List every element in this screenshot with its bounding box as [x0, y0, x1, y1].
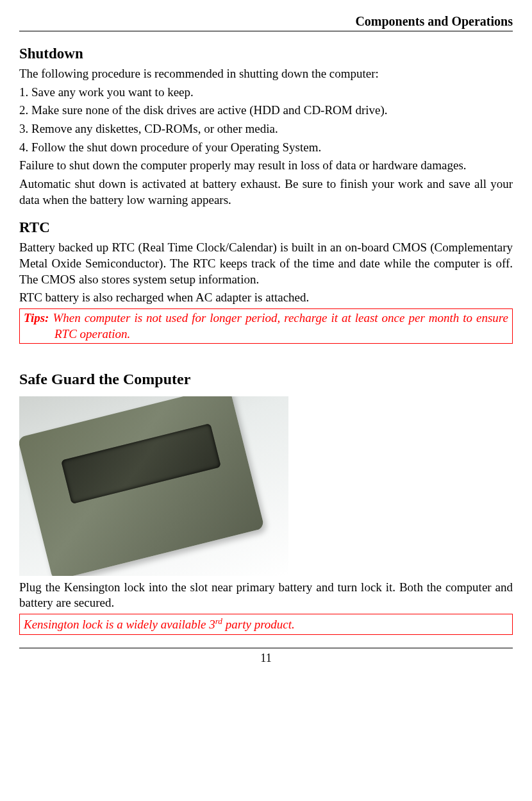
shutdown-warning: Failure to shut down the computer proper… [19, 158, 513, 174]
page-number: 11 [260, 652, 271, 664]
kensington-note-box: Kensington lock is a widely available 3r… [19, 614, 513, 635]
rtc-tip-box: Tips: When computer is not used for long… [19, 308, 513, 344]
safeguard-heading: Safe Guard the Computer [19, 369, 513, 389]
tip-text: When computer is not used for longer per… [49, 311, 508, 341]
safeguard-image [19, 396, 288, 576]
shutdown-intro: The following procedure is recommended i… [19, 66, 513, 82]
shutdown-step-4: 4. Follow the shut down procedure of you… [19, 140, 513, 156]
shutdown-heading: Shutdown [19, 44, 513, 63]
header-title: Components and Operations [355, 14, 513, 28]
page-footer: 11 [19, 648, 513, 666]
tip-label: Tips: [24, 311, 49, 325]
page-header: Components and Operations [19, 13, 513, 31]
note-post: party product. [222, 618, 295, 631]
shutdown-step-2: 2. Make sure none of the disk drives are… [19, 103, 513, 119]
shutdown-step-1: 1. Save any work you want to keep. [19, 85, 513, 101]
rtc-body: Battery backed up RTC (Real Time Clock/C… [19, 240, 513, 287]
rtc-heading: RTC [19, 218, 513, 237]
note-pre: Kensington lock is a widely available 3 [24, 618, 215, 631]
shutdown-auto: Automatic shut down is activated at batt… [19, 176, 513, 208]
rtc-recharge: RTC battery is also recharged when AC ad… [19, 290, 513, 306]
shutdown-step-3: 3. Remove any diskettes, CD-ROMs, or oth… [19, 121, 513, 137]
safeguard-body: Plug the Kensington lock into the slot n… [19, 580, 513, 611]
note-sup: rd [215, 616, 222, 626]
